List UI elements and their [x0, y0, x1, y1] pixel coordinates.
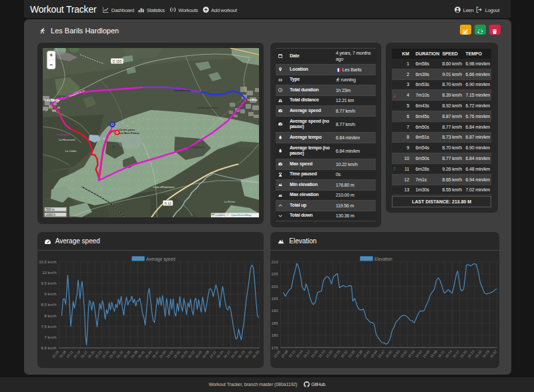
svg-text:15:05: 15:05	[272, 349, 281, 359]
svg-text:175: 175	[271, 345, 278, 349]
svg-text:16:17: 16:17	[222, 349, 231, 359]
svg-text:15:23: 15:23	[93, 349, 102, 359]
svg-text:+: +	[49, 52, 53, 59]
svg-text:15:32: 15:32	[339, 349, 348, 359]
svg-text:|: |	[224, 213, 225, 217]
svg-text:16:02: 16:02	[414, 349, 423, 359]
svg-text:16:23: 16:23	[236, 349, 245, 359]
svg-text:15:44: 15:44	[144, 349, 152, 359]
svg-text:15:20: 15:20	[86, 349, 95, 359]
svg-text:15:14: 15:14	[72, 349, 81, 359]
svg-text:15:47: 15:47	[151, 349, 160, 359]
svg-text:16:17: 16:17	[451, 349, 460, 359]
svg-text:205: 205	[271, 272, 278, 276]
svg-text:Les Bois-Francs: Les Bois-Francs	[119, 131, 139, 135]
svg-text:15:59: 15:59	[180, 349, 188, 359]
svg-text:2000 ft: 2000 ft	[46, 213, 56, 217]
svg-text:200: 200	[271, 284, 278, 288]
svg-text:16:08: 16:08	[429, 349, 437, 359]
svg-text:16:14: 16:14	[215, 349, 224, 359]
svg-text:185: 185	[271, 321, 278, 325]
svg-text:La Maison Breuil: La Maison Breuil	[197, 106, 218, 109]
svg-text:D 155: D 155	[112, 59, 121, 63]
svg-text:15:50: 15:50	[158, 349, 167, 359]
svg-text:15:17: 15:17	[79, 349, 88, 359]
svg-text:16:20: 16:20	[230, 349, 238, 359]
svg-text:15:41: 15:41	[362, 349, 370, 359]
svg-text:−: −	[49, 61, 53, 68]
svg-text:La Bruyère: La Bruyère	[57, 133, 70, 136]
svg-text:16:32: 16:32	[489, 349, 497, 359]
svg-text:OpenStreetMap: OpenStreetMap	[230, 213, 252, 217]
svg-text:6,5 km/h: 6,5 km/h	[41, 346, 56, 350]
svg-text:16:23: 16:23	[466, 349, 475, 359]
svg-text:16:11: 16:11	[437, 349, 445, 359]
svg-text:15:56: 15:56	[399, 349, 408, 359]
svg-text:8 km/h: 8 km/h	[44, 313, 56, 317]
svg-text:16:29: 16:29	[251, 349, 260, 359]
svg-text:15:08: 15:08	[58, 349, 67, 359]
svg-text:16:20: 16:20	[459, 349, 467, 359]
svg-text:15:38: 15:38	[354, 349, 363, 359]
svg-text:16:02: 16:02	[186, 349, 195, 359]
svg-text:16:14: 16:14	[444, 349, 453, 359]
svg-text:Leaflet: Leaflet	[215, 213, 224, 217]
svg-text:15:38: 15:38	[129, 349, 138, 359]
svg-text:15:59: 15:59	[407, 349, 415, 359]
svg-text:15:29: 15:29	[332, 349, 340, 359]
svg-text:Average speed: Average speed	[146, 256, 176, 261]
svg-text:16:26: 16:26	[474, 349, 483, 359]
svg-text:500 m: 500 m	[46, 208, 55, 211]
svg-text:8,5 km/h: 8,5 km/h	[41, 303, 56, 307]
svg-text:Les Barils: Les Barils	[45, 99, 59, 102]
svg-text:190: 190	[271, 309, 278, 313]
svg-text:15:08: 15:08	[280, 349, 288, 359]
svg-text:15:50: 15:50	[384, 349, 392, 359]
svg-text:15:05: 15:05	[51, 349, 59, 359]
svg-text:7 km/h: 7 km/h	[44, 335, 56, 339]
svg-text:15:26: 15:26	[324, 349, 333, 359]
svg-text:La Fogantière: La Fogantière	[188, 145, 206, 149]
svg-text:15:47: 15:47	[376, 349, 385, 359]
svg-text:15:14: 15:14	[294, 349, 303, 359]
svg-text:180: 180	[271, 333, 278, 337]
svg-text:La hâtereau: La hâtereau	[174, 89, 191, 92]
svg-text:15:44: 15:44	[369, 349, 378, 359]
svg-text:15:32: 15:32	[115, 349, 123, 359]
svg-text:Elevation: Elevation	[374, 256, 392, 261]
svg-text:Croix d'Palemans: Croix d'Palemans	[153, 185, 175, 189]
svg-text:15:29: 15:29	[108, 349, 117, 359]
svg-text:15:56: 15:56	[172, 349, 181, 359]
svg-text:15:35: 15:35	[347, 349, 356, 359]
svg-text:N 12: N 12	[164, 201, 172, 205]
svg-text:15:23: 15:23	[317, 349, 326, 359]
svg-text:La Rente: La Rente	[224, 200, 236, 203]
svg-text:210: 210	[271, 259, 278, 263]
svg-text:9,5 km/h: 9,5 km/h	[41, 281, 56, 285]
svg-text:Le Collin: Le Collin	[65, 149, 77, 153]
svg-text:15:53: 15:53	[392, 349, 400, 359]
svg-text:P: P	[112, 145, 115, 149]
svg-text:16:29: 16:29	[481, 349, 490, 359]
svg-text:195: 195	[271, 296, 278, 300]
svg-text:15:11: 15:11	[287, 349, 296, 359]
svg-text:La Bay: La Bay	[248, 98, 258, 101]
svg-text:10,5 km/h: 10,5 km/h	[39, 259, 56, 263]
svg-text:15:35: 15:35	[122, 349, 131, 359]
svg-text:10 km/h: 10 km/h	[42, 270, 56, 274]
svg-text:15:17: 15:17	[302, 349, 311, 359]
svg-text:9 km/h: 9 km/h	[44, 292, 56, 296]
svg-text:7,5 km/h: 7,5 km/h	[41, 324, 56, 328]
svg-text:16:05: 16:05	[421, 349, 430, 359]
svg-text:16:26: 16:26	[244, 349, 252, 359]
svg-text:15:20: 15:20	[310, 349, 318, 359]
svg-text:La Housserie: La Housserie	[59, 138, 75, 141]
svg-text:15:41: 15:41	[136, 349, 145, 359]
svg-text:16:05: 16:05	[194, 349, 202, 359]
svg-text:15:26: 15:26	[101, 349, 109, 359]
svg-text:16:08: 16:08	[201, 349, 210, 359]
svg-text:15:53: 15:53	[165, 349, 174, 359]
